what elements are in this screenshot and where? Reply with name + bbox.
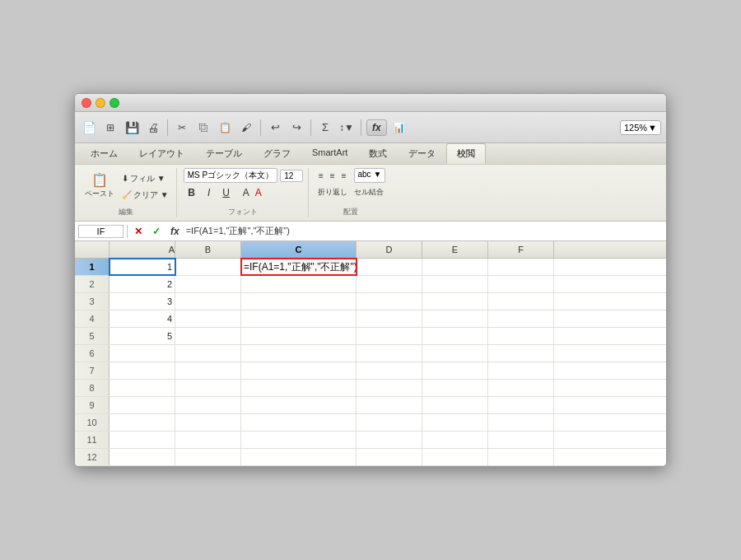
cell-a10[interactable]	[110, 414, 175, 431]
fill-button[interactable]: ⬇ フィル ▼	[119, 171, 171, 186]
row-header-5[interactable]: 5	[75, 328, 110, 344]
row-header-4[interactable]: 4	[75, 310, 110, 327]
cell-d2[interactable]	[357, 276, 422, 292]
col-header-f[interactable]: F	[488, 241, 554, 258]
font-name-select[interactable]: MS Pゴシック（本文）	[184, 168, 277, 183]
cell-a1[interactable]: 1	[110, 259, 175, 275]
cell-a5[interactable]: 5	[110, 328, 175, 344]
cell-d6[interactable]	[357, 345, 422, 362]
cell-e6[interactable]	[422, 345, 488, 362]
save-icon[interactable]: 💾	[123, 119, 141, 137]
cell-f3[interactable]	[488, 293, 554, 310]
cell-c3[interactable]	[241, 293, 357, 310]
cell-reference-input[interactable]	[78, 225, 124, 238]
row-header-10[interactable]: 10	[75, 414, 110, 431]
col-header-e[interactable]: E	[422, 241, 488, 258]
cell-e4[interactable]	[422, 310, 488, 327]
cell-e9[interactable]	[422, 397, 488, 413]
cell-c12[interactable]	[241, 449, 357, 465]
cell-b12[interactable]	[175, 449, 241, 465]
cell-e7[interactable]	[422, 362, 488, 379]
cell-c4[interactable]	[241, 310, 357, 327]
maximize-button[interactable]	[110, 98, 119, 108]
tab-home[interactable]: ホーム	[80, 143, 128, 164]
row-header-8[interactable]: 8	[75, 380, 110, 396]
cell-f5[interactable]	[488, 328, 554, 344]
cell-a8[interactable]	[110, 380, 175, 396]
cell-a11[interactable]	[110, 432, 175, 448]
cell-b10[interactable]	[175, 414, 241, 431]
align-center-button[interactable]: ≡	[328, 168, 338, 183]
cell-e8[interactable]	[422, 380, 488, 396]
cell-f2[interactable]	[488, 276, 554, 292]
wrap-text-button[interactable]: 折り返し	[315, 184, 350, 199]
cell-c5[interactable]	[241, 328, 357, 344]
row-header-12[interactable]: 12	[75, 449, 110, 465]
cell-c11[interactable]	[241, 432, 357, 448]
cell-d9[interactable]	[357, 397, 422, 413]
cell-a3[interactable]: 3	[110, 293, 175, 310]
cell-d4[interactable]	[357, 310, 422, 327]
cell-e11[interactable]	[422, 432, 488, 448]
cell-a12[interactable]	[110, 449, 175, 465]
cell-b7[interactable]	[175, 362, 241, 379]
cell-d8[interactable]	[357, 380, 422, 396]
merge-cells-button[interactable]: セル結合	[352, 184, 386, 199]
row-header-3[interactable]: 3	[75, 293, 110, 310]
cell-d10[interactable]	[357, 414, 422, 431]
cell-b3[interactable]	[175, 293, 241, 310]
paste-icon[interactable]: 📋	[216, 119, 234, 137]
cell-a9[interactable]	[110, 397, 175, 413]
cell-b5[interactable]	[175, 328, 241, 344]
row-header-1[interactable]: 1	[75, 259, 110, 275]
row-header-7[interactable]: 7	[75, 362, 110, 379]
minimize-button[interactable]	[96, 98, 105, 108]
cell-b11[interactable]	[175, 432, 241, 448]
cell-d11[interactable]	[357, 432, 422, 448]
cell-d5[interactable]	[357, 328, 422, 344]
cell-c8[interactable]	[241, 380, 357, 396]
align-right-button[interactable]: ≡	[339, 168, 349, 183]
cell-a4[interactable]: 4	[110, 310, 175, 327]
sort-icon[interactable]: ↕▼	[338, 119, 356, 137]
cell-d3[interactable]	[357, 293, 422, 310]
close-button[interactable]	[82, 98, 91, 108]
cell-f4[interactable]	[488, 310, 554, 327]
cell-b1[interactable]	[175, 259, 241, 275]
cell-b4[interactable]	[175, 310, 241, 327]
cell-d12[interactable]	[357, 449, 422, 465]
cancel-formula-button[interactable]: ✕	[131, 224, 146, 239]
paste-button[interactable]: 📋 ペースト	[82, 169, 118, 205]
copy-icon[interactable]: ⿻	[194, 119, 212, 137]
format-paint-icon[interactable]: 🖌	[237, 119, 255, 137]
cell-e10[interactable]	[422, 414, 488, 431]
col-header-d[interactable]: D	[357, 241, 422, 258]
align-left-button[interactable]: ≡	[316, 168, 326, 183]
cell-c10[interactable]	[241, 414, 357, 431]
print-icon[interactable]: 🖨	[144, 119, 162, 137]
cell-f12[interactable]	[488, 449, 554, 465]
cell-e3[interactable]	[422, 293, 488, 310]
cell-e2[interactable]	[422, 276, 488, 292]
clear-button[interactable]: 🧹 クリア ▼	[119, 188, 171, 203]
font-size-select[interactable]: 12	[280, 170, 303, 182]
cell-f6[interactable]	[488, 345, 554, 362]
tab-smartart[interactable]: SmartArt	[301, 143, 358, 164]
cell-e12[interactable]	[422, 449, 488, 465]
function-wizard-button[interactable]: fx	[366, 119, 387, 136]
cell-d1[interactable]	[357, 259, 422, 275]
cell-c7[interactable]	[241, 362, 357, 379]
tab-chart[interactable]: グラフ	[253, 143, 301, 164]
cell-f9[interactable]	[488, 397, 554, 413]
sum-icon[interactable]: Σ	[316, 119, 334, 137]
cell-f8[interactable]	[488, 380, 554, 396]
grid-icon[interactable]: ⊞	[101, 119, 119, 137]
cell-e1[interactable]	[422, 259, 488, 275]
row-header-2[interactable]: 2	[75, 276, 110, 292]
tab-formula[interactable]: 数式	[358, 143, 398, 164]
tab-data[interactable]: データ	[398, 143, 446, 164]
underline-button[interactable]: U	[218, 185, 235, 200]
cell-b2[interactable]	[175, 276, 241, 292]
tab-layout[interactable]: レイアウト	[128, 143, 195, 164]
cell-b8[interactable]	[175, 380, 241, 396]
